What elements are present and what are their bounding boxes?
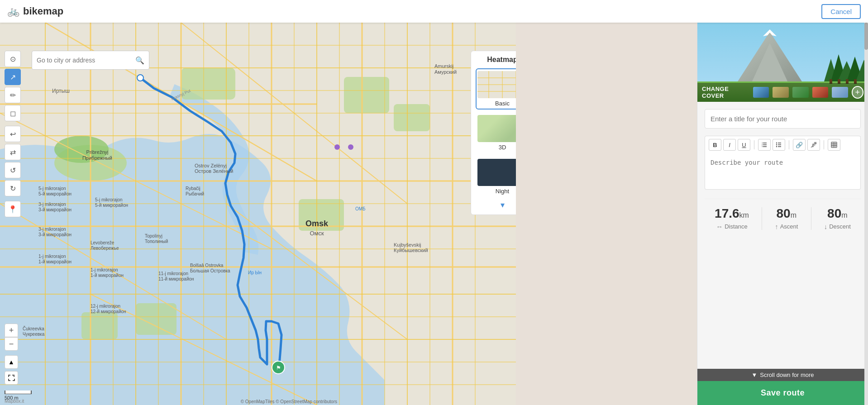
map-style-night[interactable]: ⭐ Night	[476, 156, 516, 197]
svg-text:Ostrov Zelënyj: Ostrov Zelënyj	[195, 163, 227, 168]
zoom-in-button[interactable]: +	[5, 324, 18, 337]
svg-text:ОМБ: ОМБ	[355, 206, 366, 211]
scale-bar: 500 m	[5, 391, 32, 400]
unordered-list-button[interactable]	[773, 139, 785, 151]
svg-point-130	[776, 144, 777, 145]
svg-text:Bolšaâ Ostrovka: Bolšaâ Ostrovka	[190, 263, 224, 268]
svg-text:5-й микрорайон: 5-й микрорайон	[95, 203, 128, 208]
search-icon[interactable]: 🔍	[135, 56, 144, 65]
map-style-3d-thumb: ⭐	[477, 115, 516, 142]
svg-text:5-й микрорайон: 5-й микрорайон	[38, 191, 72, 196]
svg-line-132	[811, 142, 816, 148]
svg-text:3-й микрорайон: 3-й микрорайон	[38, 232, 72, 237]
descent-value: 80m	[827, 206, 847, 221]
editor-divider-2	[789, 140, 789, 149]
unlink-button[interactable]	[807, 139, 820, 151]
cover-thumb-5[interactable]	[832, 87, 848, 98]
map-svg: ⚑ Omsk Омск Pribrežnyj Прибрежный Иртыш …	[0, 23, 516, 405]
svg-text:Куйбышевский: Куйбышевский	[394, 248, 428, 253]
ascent-icon: ↑	[775, 223, 778, 230]
route-tool[interactable]: ↗	[5, 69, 21, 85]
svg-text:12-й микрорайон: 12-й микрорайон	[91, 309, 126, 314]
svg-rect-4	[344, 77, 389, 113]
scroll-down-bar[interactable]: ▼ Scroll down for more	[697, 369, 868, 381]
route-title-input[interactable]	[705, 109, 861, 129]
stat-separator-2	[811, 207, 811, 230]
logo-area: 🚲 bikemap	[7, 5, 63, 17]
scale-label: 500 m	[5, 395, 32, 400]
bold-button[interactable]: B	[709, 139, 721, 151]
search-input[interactable]	[37, 57, 135, 64]
panel-content: B I U 1.2.3. 🔗 1	[697, 102, 868, 369]
underline-button[interactable]: U	[738, 139, 750, 151]
location-tool[interactable]: ⊙	[5, 51, 21, 67]
right-panel-scrollbar[interactable]	[864, 23, 868, 405]
map-style-basic-label: Basic	[495, 100, 510, 107]
cover-thumb-3[interactable]	[792, 87, 809, 98]
scroll-thumb[interactable]	[864, 23, 868, 50]
distance-value: 17.6km	[715, 206, 749, 221]
redo-tool[interactable]: ↻	[5, 180, 21, 196]
undo-tool[interactable]: ↺	[5, 162, 21, 178]
svg-text:Левобережье: Левобережье	[91, 246, 119, 251]
svg-rect-3	[181, 68, 235, 100]
svg-text:5-j mikrorajon: 5-j mikrorajon	[95, 197, 123, 202]
app-title: bikemap	[23, 5, 63, 17]
svg-text:3.: 3.	[762, 145, 763, 148]
route-description-input[interactable]	[705, 153, 861, 190]
svg-rect-133	[831, 142, 837, 148]
eraser-tool[interactable]: ◻	[5, 105, 21, 121]
right-panel: CHANGE COVER + B I U 1.2.3. 🔗	[697, 23, 868, 405]
zoom-out-button[interactable]: −	[5, 337, 18, 351]
svg-point-92	[348, 144, 353, 150]
compass-button[interactable]: ▲	[5, 355, 18, 369]
map-style-3d[interactable]: ⭐ 3D	[476, 112, 516, 153]
add-cover-button[interactable]: +	[852, 86, 863, 99]
swap-tool[interactable]: ⇄	[5, 144, 21, 160]
svg-text:Рыбачий: Рыбачий	[186, 191, 204, 196]
cover-thumb-2[interactable]	[773, 87, 789, 98]
svg-text:5-j mikrorajon: 5-j mikrorajon	[38, 186, 66, 191]
svg-text:1-й микрорайон: 1-й микрорайон	[91, 273, 124, 278]
editor-divider-1	[754, 140, 754, 149]
stat-separator-1	[762, 207, 762, 230]
heatmap-panel: Heatmap Basic ⭐ 3D	[471, 51, 516, 215]
cover-thumb-4[interactable]	[812, 87, 829, 98]
change-cover-label[interactable]: CHANGE COVER	[702, 86, 749, 99]
editor-divider-3	[824, 140, 824, 149]
svg-text:Topolinyj: Topolinyj	[145, 233, 162, 238]
svg-point-52	[137, 75, 143, 81]
scroll-down-label: Scroll down for more	[760, 372, 814, 378]
map-style-basic-thumb	[477, 71, 516, 98]
svg-rect-7	[81, 312, 118, 339]
svg-text:3-й микрорайон: 3-й микрорайон	[38, 207, 72, 212]
svg-text:Остров Зелёный: Остров Зелёный	[195, 168, 233, 174]
descent-label: ↓ Descent	[824, 223, 851, 230]
left-toolbar: ⊙ ↗ ✏ ◻ ↩ ⇄ ↺ ↻ 📍	[5, 51, 21, 217]
table-button[interactable]	[828, 139, 840, 151]
distance-label: ↔ Distance	[716, 223, 748, 230]
svg-text:Иртыш: Иртыш	[52, 88, 70, 94]
svg-text:1-й микрорайон: 1-й микрорайон	[38, 259, 72, 264]
cancel-button[interactable]: Cancel	[821, 4, 861, 19]
heatmap-chevron[interactable]: ▾	[476, 200, 516, 210]
link-button[interactable]: 🔗	[793, 139, 806, 151]
svg-point-131	[776, 146, 777, 147]
ordered-list-button[interactable]: 1.2.3.	[758, 139, 771, 151]
map-container[interactable]: ⚑ Omsk Омск Pribrežnyj Прибрежный Иртыш …	[0, 23, 516, 405]
svg-point-129	[776, 143, 777, 143]
descent-icon: ↓	[824, 223, 828, 230]
cover-image: CHANGE COVER +	[697, 23, 868, 102]
draw-tool[interactable]: ✏	[5, 87, 21, 103]
svg-text:Омск: Омск	[310, 230, 324, 237]
undo-reverse-tool[interactable]: ↩	[5, 126, 21, 142]
save-route-button[interactable]: Save route	[697, 381, 868, 405]
italic-button[interactable]: I	[723, 139, 736, 151]
pin-tool[interactable]: 📍	[5, 201, 21, 217]
search-bar: 🔍	[32, 51, 149, 70]
map-style-basic[interactable]: Basic	[476, 68, 516, 110]
cover-thumb-1[interactable]	[753, 87, 769, 98]
svg-text:Levobereže: Levobereže	[91, 240, 114, 245]
fullscreen-button[interactable]	[5, 371, 18, 385]
svg-text:Amurskij: Amurskij	[434, 63, 453, 69]
